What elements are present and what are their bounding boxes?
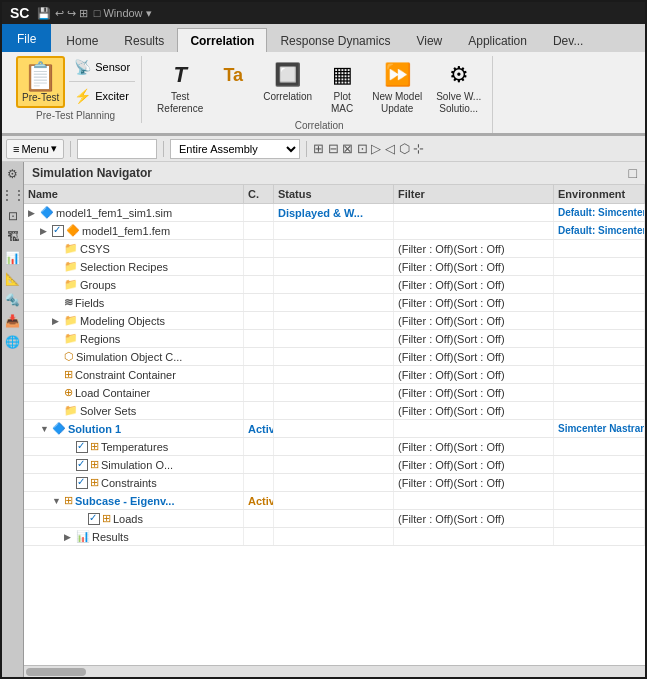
correlation-button[interactable]: 🔲 Correlation [258, 56, 317, 106]
tab-results[interactable]: Results [111, 28, 177, 52]
tree-row[interactable]: ⊕ Load Container (Filter : Off)(Sort : O… [24, 384, 645, 402]
row-filter: (Filter : Off)(Sort : Off) [394, 240, 554, 257]
tree-row[interactable]: ▼ 🔷 Solution 1 Active Simcenter Nastran … [24, 420, 645, 438]
horizontal-scrollbar[interactable] [24, 665, 645, 677]
node-icon-folder: 📁 [64, 260, 78, 273]
tree-row[interactable]: ⊞ Simulation O... (Filter : Off)(Sort : … [24, 456, 645, 474]
ta-button[interactable]: Ta [212, 56, 254, 94]
tree-row[interactable]: ▶ 📁 Modeling Objects (Filter : Off)(Sort… [24, 312, 645, 330]
row-c [244, 528, 274, 545]
tree-row[interactable]: ⊞ Constraints (Filter : Off)(Sort : Off) [24, 474, 645, 492]
side-icon-6[interactable]: 📐 [3, 269, 23, 289]
tree-row[interactable]: ⬡ Simulation Object C... (Filter : Off)(… [24, 348, 645, 366]
menu-button[interactable]: ≡ Menu ▾ [6, 139, 64, 159]
node-icon-solution: 🔷 [52, 422, 66, 435]
node-icon-folder: 📁 [64, 332, 78, 345]
tree-row[interactable]: ≋ Fields (Filter : Off)(Sort : Off) [24, 294, 645, 312]
tab-view[interactable]: View [403, 28, 455, 52]
correlation-group-label: Correlation [295, 120, 344, 131]
tree-row[interactable]: ⊞ Constraint Container (Filter : Off)(So… [24, 366, 645, 384]
col-status: Status [274, 185, 394, 203]
new-model-label: New ModelUpdate [372, 91, 422, 115]
tree-row[interactable]: 📁 CSYS (Filter : Off)(Sort : Off) [24, 240, 645, 258]
search-input[interactable] [77, 139, 157, 159]
tab-file[interactable]: File [2, 24, 51, 52]
row-env: Default: Simcenter Nastran [554, 204, 645, 221]
row-name: ⊞ Loads [24, 510, 244, 527]
pre-test-button[interactable]: 📋 Pre-Test [16, 56, 65, 108]
row-name: ⊞ Temperatures [24, 438, 244, 455]
row-c [244, 456, 274, 473]
row-name: ▼ ⊞ Subcase - Eigenv... [24, 492, 244, 509]
tree-row[interactable]: 📁 Groups (Filter : Off)(Sort : Off) [24, 276, 645, 294]
tree-table: Name C. Status Filter Environment ▶ 🔷 mo… [24, 185, 645, 665]
node-icon-fem: 🔶 [66, 224, 80, 237]
row-status [274, 474, 394, 491]
row-status [274, 258, 394, 275]
solve-button[interactable]: ⚙ Solve W...Solutio... [431, 56, 486, 118]
row-filter [394, 222, 554, 239]
side-icon-7[interactable]: 🔩 [3, 290, 23, 310]
row-env [554, 438, 645, 455]
tree-row[interactable]: ▶ 📊 Results [24, 528, 645, 546]
new-model-update-button[interactable]: ⏩ New ModelUpdate [367, 56, 427, 118]
node-icon-folder: 📁 [64, 242, 78, 255]
ribbon-group-pretest: 📋 Pre-Test 📡 Sensor ⚡ Exciter [10, 56, 142, 123]
row-status [274, 312, 394, 329]
tab-response-dynamics[interactable]: Response Dynamics [267, 28, 403, 52]
row-filter [394, 420, 554, 437]
row-env [554, 348, 645, 365]
toolbar-separator-2 [163, 141, 164, 157]
sensor-button[interactable]: 📡 Sensor [69, 56, 135, 78]
row-env [554, 474, 645, 491]
row-env [554, 258, 645, 275]
row-c [244, 204, 274, 221]
row-c [244, 312, 274, 329]
scrollbar-thumb[interactable] [26, 668, 86, 676]
tree-row[interactable]: 📁 Solver Sets (Filter : Off)(Sort : Off) [24, 402, 645, 420]
test-reference-button[interactable]: T TestReference [152, 56, 208, 118]
checkbox-icon [76, 477, 88, 489]
assembly-dropdown[interactable]: Entire Assembly [170, 139, 300, 159]
side-icon-1[interactable]: ⚙ [3, 164, 23, 184]
tree-row[interactable]: ⊞ Temperatures (Filter : Off)(Sort : Off… [24, 438, 645, 456]
side-icon-4[interactable]: 🏗 [3, 227, 23, 247]
test-reference-icon: T [164, 59, 196, 91]
navigator-title: Simulation Navigator [32, 166, 152, 180]
tab-correlation[interactable]: Correlation [177, 28, 267, 52]
side-icon-3[interactable]: ⊡ [3, 206, 23, 226]
side-icon-5[interactable]: 📊 [3, 248, 23, 268]
tree-row[interactable]: ▼ ⊞ Subcase - Eigenv... Active [24, 492, 645, 510]
tree-row[interactable]: ▶ 🔶 model1_fem1.fem Default: Simcenter N… [24, 222, 645, 240]
tree-row[interactable]: 📁 Selection Recipes (Filter : Off)(Sort … [24, 258, 645, 276]
side-icon-2[interactable]: ⋮⋮ [3, 185, 23, 205]
plot-mac-button[interactable]: ▦ PlotMAC [321, 56, 363, 118]
correlation-label: Correlation [263, 91, 312, 103]
ribbon-group-correlation: T TestReference Ta 🔲 Correlation [146, 56, 493, 133]
tab-home[interactable]: Home [53, 28, 111, 52]
sensor-icon: 📡 [74, 59, 91, 75]
tree-row[interactable]: ▶ 🔷 model1_fem1_sim1.sim Displayed & W..… [24, 204, 645, 222]
tree-header: Name C. Status Filter Environment [24, 185, 645, 204]
side-icon-9[interactable]: 🌐 [3, 332, 23, 352]
row-c [244, 474, 274, 491]
tab-dev[interactable]: Dev... [540, 28, 596, 52]
row-name: ▶ 🔷 model1_fem1_sim1.sim [24, 204, 244, 221]
tree-row[interactable]: ⊞ Loads (Filter : Off)(Sort : Off) [24, 510, 645, 528]
ta-icon: Ta [217, 59, 249, 91]
tab-application[interactable]: Application [455, 28, 540, 52]
tab-bar: File Home Results Correlation Response D… [2, 24, 645, 52]
row-c [244, 330, 274, 347]
row-name: 📁 Selection Recipes [24, 258, 244, 275]
row-c [244, 348, 274, 365]
exciter-button[interactable]: ⚡ Exciter [69, 85, 135, 107]
toolbar-icons-right: ⊞ ⊟ ⊠ ⊡ ▷ ◁ ⬡ ⊹ [313, 141, 424, 156]
pre-test-icon: 📋 [25, 60, 57, 92]
row-name: ▶ 📁 Modeling Objects [24, 312, 244, 329]
node-icon-loads: ⊞ [102, 512, 111, 525]
navigator-close-icon[interactable]: □ [629, 165, 637, 181]
col-env: Environment [554, 185, 645, 203]
side-icon-8[interactable]: 📥 [3, 311, 23, 331]
row-status [274, 330, 394, 347]
tree-row[interactable]: 📁 Regions (Filter : Off)(Sort : Off) [24, 330, 645, 348]
